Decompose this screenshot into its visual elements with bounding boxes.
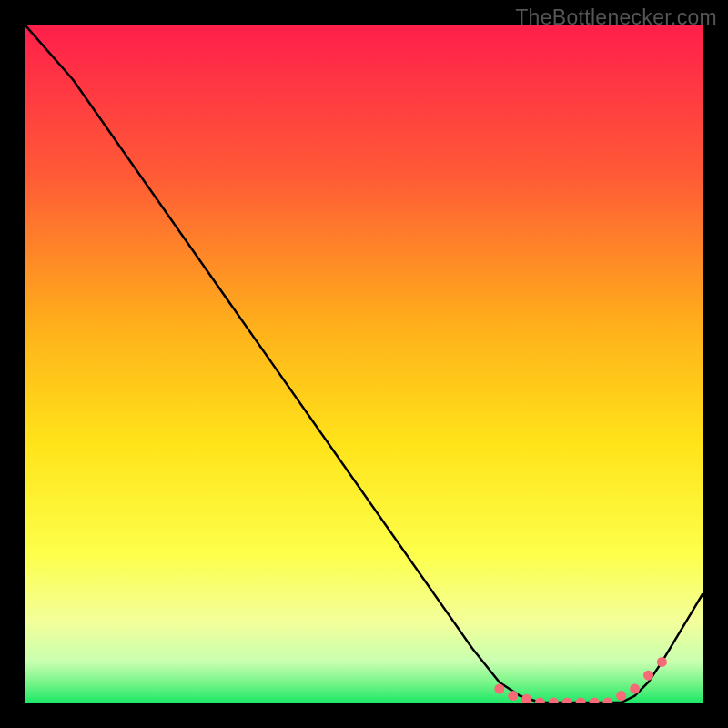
plot-svg [25, 25, 703, 703]
plot-area [25, 25, 703, 703]
marker-dot [657, 657, 667, 667]
marker-dot [630, 684, 640, 694]
marker-dot [616, 691, 626, 701]
marker-dot [643, 671, 653, 681]
chart-frame: TheBottlenecker.com [0, 0, 728, 728]
gradient-bg [25, 25, 703, 703]
marker-dot [508, 691, 518, 701]
watermark-text: TheBottlenecker.com [515, 5, 717, 30]
marker-dot [494, 684, 504, 694]
